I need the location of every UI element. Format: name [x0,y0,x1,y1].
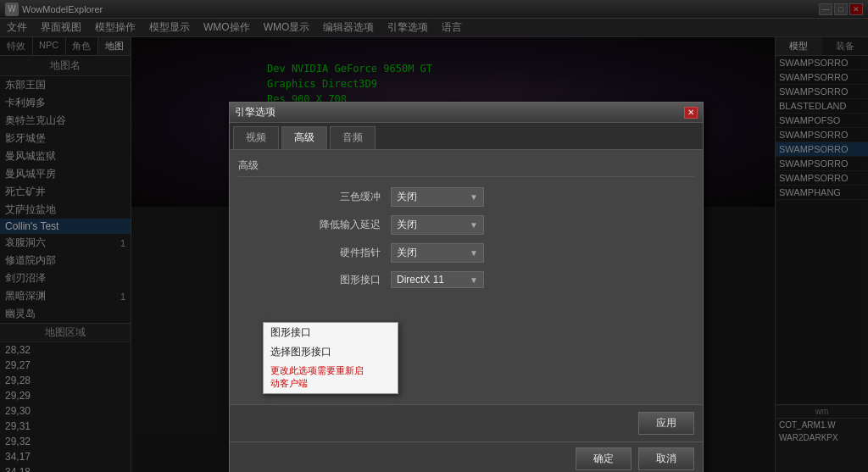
dropdown-item-graphics[interactable]: 图形接口 [264,323,398,342]
chevron-down-icon-2: ▼ [470,220,478,230]
dialog-titlebar: 引擎选项 ✕ [230,103,703,123]
triple-buffer-row: 三色缓冲 关闭 ▼ [238,187,694,207]
dialog-footer-2: 确定 取消 [230,441,703,472]
dialog-footer: 应用 [230,404,703,441]
dropdown-item-select[interactable]: 选择图形接口 [264,342,398,362]
modal-overlay: 引擎选项 ✕ 视频 高级 音频 高级 三色缓冲 关闭 ▼ 降低输入延迟 关闭 [0,0,868,472]
apply-button[interactable]: 应用 [638,412,694,435]
tab-video[interactable]: 视频 [233,126,279,149]
engine-options-dialog: 引擎选项 ✕ 视频 高级 音频 高级 三色缓冲 关闭 ▼ 降低输入延迟 关闭 [229,102,704,472]
low-latency-value: 关闭 [397,218,466,232]
triple-buffer-value: 关闭 [397,190,466,204]
graphics-api-dropdown[interactable]: DirectX 11 ▼ [391,271,484,288]
dropdown-item-warning: 更改此选项需要重新启动客户端 [264,362,398,393]
triple-buffer-dropdown[interactable]: 关闭 ▼ [391,187,484,207]
chevron-down-icon-4: ▼ [470,275,478,285]
ok-button[interactable]: 确定 [576,447,632,470]
graphics-api-label: 图形接口 [289,273,391,287]
low-latency-dropdown[interactable]: 关闭 ▼ [391,215,484,235]
dialog-close-button[interactable]: ✕ [684,107,698,119]
hardware-cursor-value: 关闭 [397,246,466,260]
dialog-title: 引擎选项 [235,105,684,119]
graphics-api-row: 图形接口 DirectX 11 ▼ [238,271,694,288]
graphics-api-dropdown-popup: 图形接口 选择图形接口 更改此选项需要重新启动客户端 [263,322,398,394]
low-latency-row: 降低输入延迟 关闭 ▼ [238,215,694,235]
cancel-button[interactable]: 取消 [638,447,694,470]
dialog-tab-bar: 视频 高级 音频 [230,123,703,150]
triple-buffer-label: 三色缓冲 [289,190,391,204]
chevron-down-icon: ▼ [470,192,478,202]
low-latency-label: 降低输入延迟 [289,218,391,232]
hardware-cursor-row: 硬件指针 关闭 ▼ [238,243,694,263]
graphics-api-value: DirectX 11 [397,274,466,286]
advanced-section-label: 高级 [238,158,694,177]
tab-advanced[interactable]: 高级 [281,126,327,149]
chevron-down-icon-3: ▼ [470,248,478,258]
hardware-cursor-dropdown[interactable]: 关闭 ▼ [391,243,484,263]
hardware-cursor-label: 硬件指针 [289,246,391,260]
tab-audio[interactable]: 音频 [330,126,376,149]
